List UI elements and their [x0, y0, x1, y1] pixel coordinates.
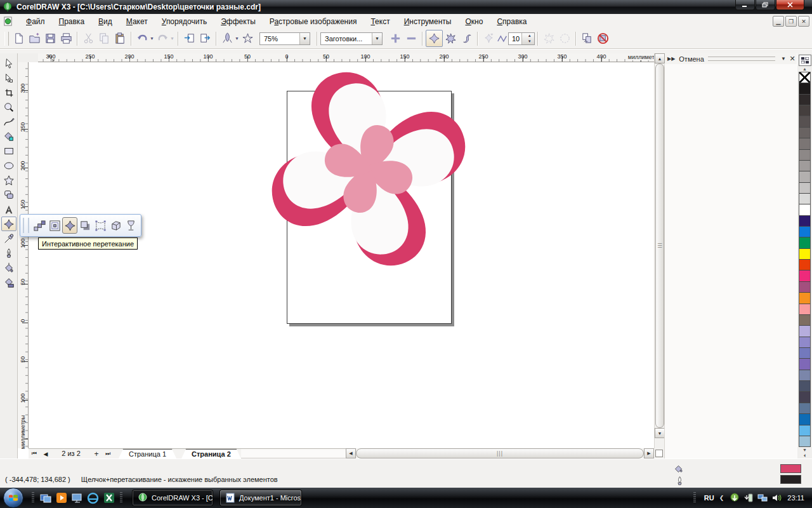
- palette-swatch[interactable]: [799, 128, 810, 138]
- palette-swatch[interactable]: [799, 83, 810, 94]
- palette-swatch[interactable]: [799, 370, 810, 381]
- polygon-tool[interactable]: [1, 173, 16, 187]
- zoom-combo-arrow[interactable]: ▼: [299, 33, 310, 44]
- docker-collapse-icon[interactable]: ▶▶: [667, 56, 675, 62]
- palette-swatch[interactable]: [799, 105, 810, 116]
- eyedropper-tool[interactable]: [1, 231, 16, 246]
- menu-item[interactable]: Эффекты: [214, 15, 263, 28]
- task-word-document[interactable]: Документ1 - Micros...: [219, 490, 302, 506]
- palette-swatch-none[interactable]: [799, 72, 810, 83]
- quicklaunch-media-player-icon[interactable]: [55, 491, 68, 505]
- palette-swatch[interactable]: [799, 95, 810, 105]
- taskbar-clock[interactable]: 23:11: [787, 494, 804, 502]
- palette-swatch[interactable]: [799, 116, 810, 127]
- menu-item[interactable]: Текст: [363, 15, 396, 28]
- basic-shapes-tool[interactable]: [1, 187, 16, 202]
- document-page[interactable]: [287, 91, 452, 324]
- language-indicator[interactable]: RU: [704, 494, 714, 502]
- open-button[interactable]: [27, 30, 43, 46]
- palette-swatch[interactable]: [799, 414, 810, 425]
- palette-swatch[interactable]: [799, 425, 810, 436]
- menu-item[interactable]: Инструменты: [397, 15, 459, 28]
- new-document-button[interactable]: [11, 30, 27, 46]
- tray-collapse-icon[interactable]: ❮: [719, 495, 724, 501]
- last-page-button[interactable]: ⏭: [102, 449, 114, 458]
- palette-swatch[interactable]: [799, 171, 810, 182]
- palette-swatch[interactable]: [799, 304, 810, 315]
- palette-swatch[interactable]: [799, 260, 810, 271]
- zoom-level-combo[interactable]: 75%▼: [259, 32, 310, 45]
- menu-item[interactable]: Макет: [119, 15, 155, 28]
- vertical-scrollbar[interactable]: ▲ ☰ ▼: [654, 53, 664, 448]
- print-button[interactable]: [58, 30, 74, 46]
- interactive-distortion-tool[interactable]: [1, 217, 16, 231]
- palette-swatch[interactable]: [799, 150, 810, 161]
- scroll-up-button[interactable]: ▲: [655, 53, 665, 64]
- palette-swatch[interactable]: [799, 282, 810, 293]
- palette-swatch[interactable]: [799, 216, 810, 227]
- palette-swatch[interactable]: [799, 271, 810, 281]
- smart-fill-tool[interactable]: [1, 129, 16, 144]
- crop-tool[interactable]: [1, 85, 16, 100]
- volume-tray-icon[interactable]: [771, 492, 782, 504]
- add-preset-button[interactable]: [388, 30, 403, 46]
- zipper-distortion-button[interactable]: [443, 30, 459, 46]
- drawing-canvas[interactable]: [29, 62, 654, 448]
- palette-swatch[interactable]: [799, 227, 810, 237]
- quicklaunch-switcher-icon[interactable]: [39, 491, 52, 505]
- interactive-contour-tool[interactable]: [47, 217, 62, 234]
- previous-page-button[interactable]: ◀: [40, 449, 51, 458]
- document-navigator-button[interactable]: [654, 448, 664, 458]
- palette-expand-arrow[interactable]: ⏴: [800, 453, 810, 458]
- maximize-button[interactable]: [756, 0, 775, 10]
- palette-swatch[interactable]: [799, 381, 810, 392]
- delete-preset-button[interactable]: [403, 30, 419, 46]
- undo-docker-titlebar[interactable]: ▶▶ Отмена ▼ ✕: [665, 53, 797, 64]
- palette-scroll-up-arrow[interactable]: ▲: [800, 66, 810, 72]
- scroll-left-button[interactable]: ◀: [346, 448, 356, 458]
- vertical-scroll-thumb[interactable]: ☰: [655, 64, 664, 428]
- menu-item[interactable]: Справка: [490, 15, 534, 28]
- interactive-fill-tool[interactable]: [1, 275, 16, 290]
- export-button[interactable]: [197, 30, 213, 46]
- quicklaunch-internet-explorer-icon[interactable]: [86, 491, 100, 505]
- start-button[interactable]: [3, 488, 23, 508]
- import-button[interactable]: [181, 30, 197, 46]
- amplitude-spinner[interactable]: 10▲▼: [508, 32, 535, 45]
- palette-scroll-down-arrow[interactable]: ▼: [800, 447, 810, 453]
- page-tab-2[interactable]: Страница 2: [181, 449, 241, 458]
- palette-swatch[interactable]: [799, 183, 810, 194]
- outline-tool[interactable]: [1, 246, 16, 260]
- paste-button[interactable]: [112, 30, 128, 46]
- undo-dropdown[interactable]: ▼: [149, 36, 155, 41]
- horizontal-ruler[interactable]: 3002502001501005005010015020025030035040…: [38, 53, 664, 62]
- scroll-right-button[interactable]: ▶: [644, 448, 654, 458]
- launcher-dropdown[interactable]: ▼: [234, 36, 240, 41]
- interactive-blend-tool[interactable]: [32, 217, 47, 234]
- freehand-tool[interactable]: [1, 114, 16, 129]
- scroll-down-button[interactable]: ▼: [655, 428, 665, 438]
- interactive-distortion-tool-flyout[interactable]: [62, 217, 77, 234]
- mdi-restore-button[interactable]: ❐: [785, 16, 797, 27]
- docker-menu-arrow[interactable]: ▼: [779, 56, 788, 62]
- undo-button[interactable]: [134, 30, 150, 46]
- close-button[interactable]: [776, 0, 804, 10]
- palette-swatch[interactable]: [799, 249, 810, 260]
- palette-swatch[interactable]: [799, 348, 810, 359]
- add-page-button[interactable]: +: [91, 449, 102, 458]
- quicklaunch-grip[interactable]: [32, 492, 34, 504]
- menu-item[interactable]: Растровые изображения: [263, 15, 364, 28]
- first-page-button[interactable]: ⏮: [29, 449, 40, 458]
- presets-combo[interactable]: Заготовки...▼: [320, 32, 383, 45]
- power-tray-icon[interactable]: [743, 492, 754, 504]
- text-tool[interactable]: [1, 202, 16, 217]
- interactive-transparency-tool[interactable]: [123, 217, 138, 234]
- palette-swatch[interactable]: [799, 436, 810, 446]
- amplitude-down-arrow[interactable]: ▼: [525, 39, 535, 44]
- palette-swatch[interactable]: [799, 194, 810, 204]
- menu-item[interactable]: Вид: [91, 15, 119, 28]
- application-launcher-button[interactable]: [219, 30, 235, 46]
- palette-swatch[interactable]: [799, 204, 810, 215]
- page-tab-1[interactable]: Страница 1: [119, 449, 176, 458]
- menu-item[interactable]: Файл: [19, 15, 52, 28]
